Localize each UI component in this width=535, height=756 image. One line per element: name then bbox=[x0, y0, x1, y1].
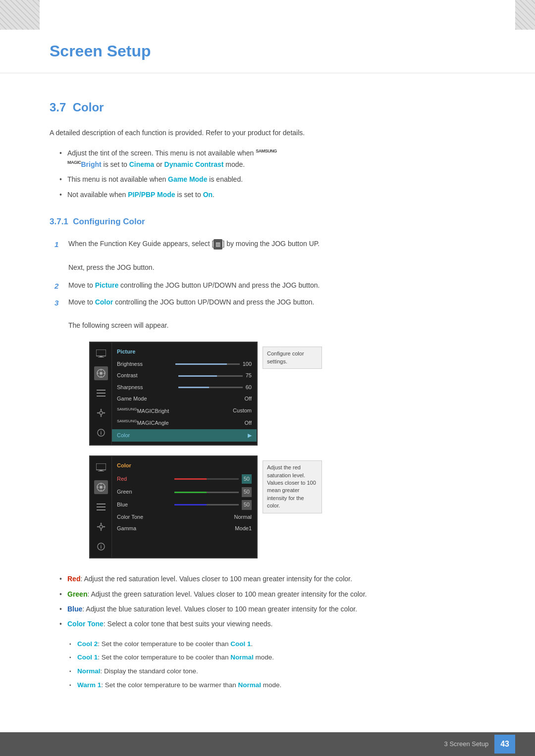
color-bullet-colortone: Color Tone: Select a color tone that bes… bbox=[59, 618, 495, 629]
menu-row-brightness: Brightness 100 bbox=[112, 358, 257, 370]
bullet-item-2: This menu is not available when Game Mod… bbox=[59, 174, 495, 185]
menu-row-gamemode: Game Mode Off bbox=[112, 393, 257, 405]
page-title: Screen Setup bbox=[50, 42, 151, 60]
sub-bullet-cool2: Cool 2: Set the color temperature to be … bbox=[69, 639, 495, 650]
svg-point-12 bbox=[100, 411, 103, 414]
menu-row-blue: Blue 50 bbox=[112, 499, 257, 511]
svg-rect-16 bbox=[100, 470, 103, 471]
color-bullet-blue: Blue: Adjust the blue saturation level. … bbox=[59, 604, 495, 614]
svg-point-27 bbox=[100, 525, 103, 528]
monitor-callout-2: Adjust the red saturation level. Values … bbox=[263, 460, 322, 513]
svg-rect-0 bbox=[96, 350, 106, 356]
monitor-callout-1: Configure color settings. bbox=[263, 347, 322, 369]
svg-rect-26 bbox=[97, 509, 106, 510]
color-tone-sub-bullets: Cool 2: Set the color temperature to be … bbox=[69, 639, 495, 690]
sidebar-icon-picture bbox=[94, 366, 108, 380]
monitor-frame-1: i Picture Brightness 100 bbox=[89, 342, 258, 446]
sidebar-icon-monitor bbox=[94, 347, 108, 360]
monitor-frame-2: i Color Red 50 Gre bbox=[89, 455, 258, 558]
svg-text:i: i bbox=[100, 544, 102, 550]
svg-point-4 bbox=[100, 372, 103, 375]
menu-title-picture: Picture bbox=[112, 346, 257, 358]
svg-point-19 bbox=[100, 486, 103, 489]
step-3: 3 Move to Color controlling the JOG butt… bbox=[54, 297, 495, 308]
menu-row-magicbright: SAMSUNGMAGICBright Custom bbox=[112, 405, 257, 417]
step-1: 1 When the Function Key Guide appears, s… bbox=[54, 238, 495, 250]
menu-row-contrast: Contrast 75 bbox=[112, 370, 257, 382]
svg-rect-11 bbox=[97, 396, 106, 397]
svg-rect-2 bbox=[98, 357, 104, 357]
page-footer: 3 Screen Setup 43 bbox=[0, 732, 535, 756]
sidebar-icon-menu bbox=[94, 386, 108, 400]
sub-bullet-normal: Normal: Display the standard color tone. bbox=[69, 666, 495, 677]
color-bullet-red: Red: Adjust the red saturation level. Va… bbox=[59, 573, 495, 584]
subsection-title: 3.7.1 Configuring Color bbox=[50, 215, 495, 228]
intro-text: A detailed description of each function … bbox=[50, 127, 495, 139]
monitor-screenshots: i Picture Brightness 100 bbox=[89, 342, 495, 558]
menu-row-red: Red 50 bbox=[112, 472, 257, 486]
menu-row-green: Green 50 bbox=[112, 486, 257, 499]
sub-bullet-warm1: Warm 1: Set the color temperature to be … bbox=[69, 680, 495, 691]
sidebar-icon-info-2: i bbox=[94, 540, 108, 554]
sub-bullet-cool1: Cool 1: Set the color temperature to be … bbox=[69, 652, 495, 663]
bullet-list: Adjust the tint of the screen. This menu… bbox=[59, 148, 495, 200]
monitor-menu-2: Color Red 50 Green 50 bbox=[112, 456, 257, 557]
svg-rect-1 bbox=[100, 356, 103, 357]
step-1-continuation: Next, press the JOG button. bbox=[68, 262, 495, 274]
sidebar-icon-monitor-2 bbox=[94, 460, 108, 474]
svg-rect-25 bbox=[97, 506, 106, 507]
step-2: 2 Move to Picture controlling the JOG bu… bbox=[54, 280, 495, 292]
menu-row-sharpness: Sharpness 60 bbox=[112, 382, 257, 394]
svg-rect-15 bbox=[96, 463, 106, 470]
menu-row-gamma: Gamma Mode1 bbox=[112, 523, 257, 535]
color-bullets: Red: Adjust the red saturation level. Va… bbox=[59, 573, 495, 630]
footer-label: 3 Screen Setup bbox=[444, 739, 489, 750]
bullet-item-3: Not available when PIP/PBP Mode is set t… bbox=[59, 189, 495, 200]
svg-rect-9 bbox=[97, 390, 106, 391]
bullet-item-1: Adjust the tint of the screen. This menu… bbox=[59, 148, 495, 170]
sidebar-icon-menu-2 bbox=[94, 500, 108, 514]
menu-title-color: Color bbox=[112, 459, 257, 472]
sidebar-icon-picture-2 bbox=[94, 480, 108, 494]
monitor-sidebar-1: i bbox=[90, 343, 112, 445]
svg-rect-24 bbox=[97, 504, 106, 504]
menu-row-color-highlighted: Color ▶ bbox=[112, 429, 257, 442]
top-bar-content bbox=[40, 0, 515, 30]
svg-text:i: i bbox=[100, 430, 102, 436]
jog-icon: ▥ bbox=[214, 239, 222, 250]
sidebar-icon-info: i bbox=[94, 426, 108, 440]
monitor-menu-1: Picture Brightness 100 Contrast bbox=[112, 343, 257, 445]
step-list-2: 2 Move to Picture controlling the JOG bu… bbox=[54, 280, 495, 308]
menu-row-magicangle: SAMSUNGMAGICAngle Off bbox=[112, 417, 257, 429]
step-3-continuation: The following screen will appear. bbox=[68, 320, 495, 332]
page-title-bar: Screen Setup bbox=[0, 30, 535, 73]
top-bar bbox=[0, 0, 535, 30]
section-number: 3.7 Color bbox=[50, 98, 495, 117]
svg-rect-10 bbox=[97, 393, 106, 394]
color-bullet-green: Green: Adjust the green saturation level… bbox=[59, 589, 495, 600]
sidebar-icon-gear-2 bbox=[94, 520, 108, 534]
monitor-sidebar-2: i bbox=[90, 456, 112, 557]
svg-rect-17 bbox=[98, 471, 104, 471]
sidebar-icon-gear bbox=[94, 406, 108, 420]
footer-page-number: 43 bbox=[494, 735, 515, 754]
main-content: 3.7 Color A detailed description of each… bbox=[0, 73, 535, 734]
step-list: 1 When the Function Key Guide appears, s… bbox=[54, 238, 495, 250]
monitor-ui-1: i Picture Brightness 100 bbox=[89, 342, 495, 446]
menu-row-colortone: Color Tone Normal bbox=[112, 511, 257, 523]
monitor-ui-2: i Color Red 50 Gre bbox=[89, 455, 495, 558]
